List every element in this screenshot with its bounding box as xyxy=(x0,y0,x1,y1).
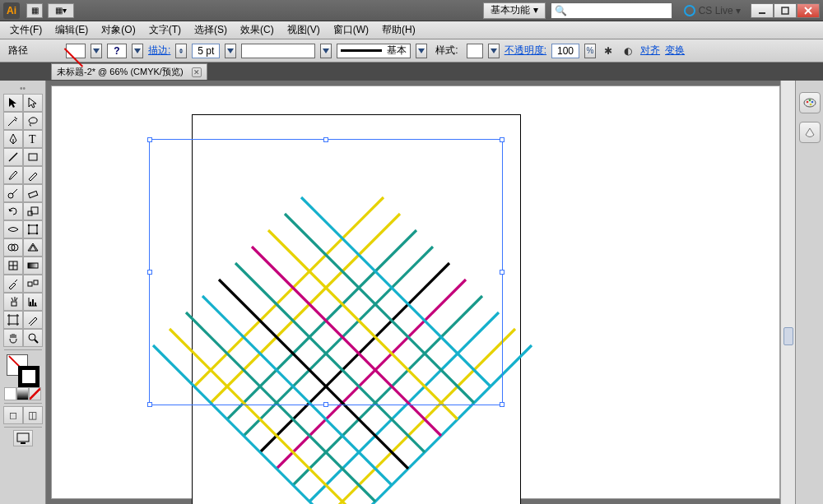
blob-brush-tool[interactable] xyxy=(3,184,23,202)
cs-live-button[interactable]: CS Live ▾ xyxy=(684,5,741,16)
mesh-tool[interactable] xyxy=(3,257,23,275)
menu-file[interactable]: 文件(F) xyxy=(5,21,47,39)
symbol-sprayer-tool[interactable] xyxy=(3,293,23,311)
swatches-panel-icon[interactable] xyxy=(799,122,821,143)
close-tab-icon[interactable]: ✕ xyxy=(192,67,202,77)
slice-tool[interactable] xyxy=(23,311,43,329)
handle-s[interactable] xyxy=(323,402,328,407)
workspace-switcher[interactable]: 基本功能 ▾ xyxy=(483,2,545,19)
width-tool[interactable] xyxy=(3,220,23,238)
transform-link[interactable]: 变换 xyxy=(665,44,685,58)
lasso-tool[interactable] xyxy=(23,112,43,130)
stroke-weight-value[interactable]: 5 pt xyxy=(192,44,220,58)
document-tab-title: 未标题-2* @ 66% (CMYK/预览) xyxy=(57,66,184,78)
svg-point-14 xyxy=(27,233,29,234)
recolor-art-icon[interactable]: ✱ xyxy=(601,44,616,58)
menu-object[interactable]: 对象(O) xyxy=(96,21,140,39)
svg-rect-11 xyxy=(29,225,37,234)
zoom-tool[interactable] xyxy=(23,329,43,347)
selection-tool[interactable] xyxy=(3,94,23,112)
canvas-viewport[interactable] xyxy=(51,86,780,499)
handle-w[interactable] xyxy=(147,270,152,275)
draw-behind-icon[interactable]: ◫ xyxy=(23,406,43,424)
svg-point-27 xyxy=(29,334,35,340)
opacity-dd[interactable]: % xyxy=(584,44,596,58)
menu-type[interactable]: 文字(T) xyxy=(144,21,186,39)
tools-panel: •• T xyxy=(0,81,46,504)
type-tool[interactable]: T xyxy=(23,130,43,148)
document-tab[interactable]: 未标题-2* @ 66% (CMYK/预览) ✕ xyxy=(51,63,207,80)
style-swatch[interactable] xyxy=(467,44,483,58)
stroke-help-button[interactable]: ? xyxy=(107,44,127,58)
perspective-grid-tool[interactable] xyxy=(23,238,43,257)
canvas-area[interactable] xyxy=(46,81,795,504)
menu-effect[interactable]: 效果(C) xyxy=(235,21,279,39)
rectangle-tool[interactable] xyxy=(23,148,43,166)
brush-definition[interactable]: 基本 xyxy=(337,44,411,58)
opacity-value[interactable]: 100 xyxy=(551,44,579,58)
eraser-tool[interactable] xyxy=(23,184,43,202)
menu-help[interactable]: 帮助(H) xyxy=(377,21,421,39)
stroke-indicator[interactable] xyxy=(18,366,40,387)
handle-e[interactable] xyxy=(500,270,504,275)
graph-tool[interactable] xyxy=(23,293,43,311)
stroke-help-dd[interactable] xyxy=(132,44,143,58)
color-mode-solid[interactable] xyxy=(4,387,16,400)
free-transform-tool[interactable] xyxy=(23,220,43,238)
handle-ne[interactable] xyxy=(500,137,504,142)
menu-edit[interactable]: 编辑(E) xyxy=(50,21,93,39)
menu-window[interactable]: 窗口(W) xyxy=(328,21,374,39)
svg-point-53 xyxy=(806,101,808,104)
var-width-profile[interactable] xyxy=(241,44,315,58)
fill-dropdown[interactable] xyxy=(91,44,102,58)
maximize-button[interactable] xyxy=(774,3,797,18)
color-mode-gradient[interactable] xyxy=(16,387,29,400)
handle-se[interactable] xyxy=(500,402,504,407)
vertical-scrollbar[interactable] xyxy=(780,81,795,504)
minimize-button[interactable] xyxy=(751,3,774,18)
handle-nw[interactable] xyxy=(147,137,152,142)
fill-swatch[interactable] xyxy=(66,44,86,58)
stroke-weight-dd[interactable] xyxy=(225,44,236,58)
direct-selection-tool[interactable] xyxy=(23,94,43,112)
panel-grip-icon[interactable]: •• xyxy=(7,84,40,92)
handle-n[interactable] xyxy=(323,137,328,142)
menu-select[interactable]: 选择(S) xyxy=(189,21,232,39)
handle-sw[interactable] xyxy=(147,402,152,407)
var-width-dd[interactable] xyxy=(320,44,332,58)
stroke-link[interactable]: 描边: xyxy=(148,44,170,58)
shape-builder-tool[interactable] xyxy=(3,238,23,257)
artboard-tool[interactable] xyxy=(3,311,23,329)
svg-line-2 xyxy=(805,7,811,14)
align-link[interactable]: 对齐 xyxy=(640,44,660,58)
scale-tool[interactable] xyxy=(23,202,43,220)
paintbrush-tool[interactable] xyxy=(3,166,23,184)
line-tool[interactable] xyxy=(3,148,23,166)
pen-tool[interactable] xyxy=(3,130,23,148)
selection-bounding-box[interactable] xyxy=(149,139,503,405)
search-input[interactable]: 🔍 xyxy=(551,2,672,19)
pencil-tool[interactable] xyxy=(23,166,43,184)
select-similar-icon[interactable]: ◐ xyxy=(621,44,635,58)
hand-tool[interactable] xyxy=(3,329,23,347)
gradient-tool[interactable] xyxy=(23,257,43,275)
opacity-link[interactable]: 不透明度: xyxy=(504,44,546,58)
fill-stroke-control[interactable] xyxy=(5,354,41,387)
style-dd[interactable] xyxy=(488,44,500,58)
scrollbar-thumb[interactable] xyxy=(783,327,793,345)
eyedropper-tool[interactable] xyxy=(3,275,23,293)
close-button[interactable] xyxy=(797,3,820,18)
color-panel-icon[interactable] xyxy=(799,92,821,113)
brush-dd[interactable] xyxy=(416,44,427,58)
draw-normal-icon[interactable]: ◻ xyxy=(3,406,23,424)
stroke-weight-stepper[interactable] xyxy=(175,44,187,58)
layout-dropdown-icon[interactable]: ▦▾ xyxy=(48,3,74,18)
arrange-docs-icon[interactable]: ▦ xyxy=(26,3,43,18)
rotate-tool[interactable] xyxy=(3,202,23,220)
magic-wand-tool[interactable] xyxy=(3,112,23,130)
color-mode-none[interactable] xyxy=(29,387,41,400)
blend-tool[interactable] xyxy=(23,275,43,293)
menu-view[interactable]: 视图(V) xyxy=(282,21,325,39)
screen-mode-button[interactable] xyxy=(13,430,33,446)
menu-bar: 文件(F) 编辑(E) 对象(O) 文字(T) 选择(S) 效果(C) 视图(V… xyxy=(0,21,823,39)
